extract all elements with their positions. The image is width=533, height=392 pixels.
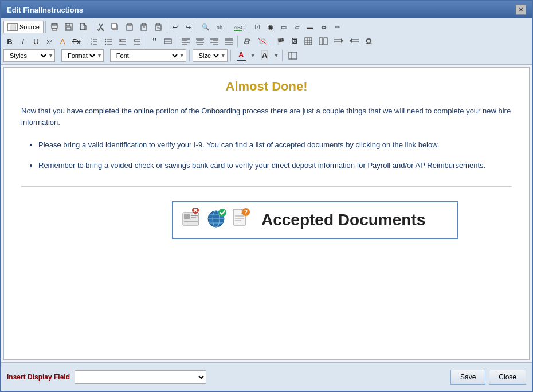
editor-area[interactable]: Almost Done! Now that you have completed… (3, 67, 530, 360)
svg-rect-79 (289, 52, 297, 59)
link-button[interactable] (240, 35, 254, 48)
font-dropdown-wrapper[interactable]: Font Arial Times New Roman Verdana ▼ (110, 49, 186, 62)
font-color-button[interactable]: A (234, 49, 249, 62)
svg-rect-82 (184, 214, 190, 219)
paste-plain-button[interactable] (137, 21, 151, 33)
document-icon: ? (231, 208, 253, 232)
format-select[interactable]: Format Bold Italic (65, 50, 97, 61)
align-right-button[interactable] (207, 35, 221, 48)
svg-text:3: 3 (91, 42, 92, 45)
font-select[interactable]: Font Arial Times New Roman Verdana (114, 50, 179, 61)
bg-color-button[interactable]: A (257, 49, 272, 62)
print-button[interactable] (48, 21, 61, 33)
paste-word-button[interactable]: W (151, 21, 165, 33)
svg-point-11 (97, 29, 99, 31)
table-button[interactable] (301, 35, 315, 48)
link-button2[interactable] (317, 21, 331, 33)
select-button[interactable]: ▱ (291, 21, 303, 33)
editor-heading: Almost Done! (21, 79, 512, 94)
highlight-button[interactable]: A (56, 35, 69, 48)
align-justify-button[interactable] (222, 35, 236, 48)
textbox-button[interactable]: ▭ (277, 21, 290, 33)
bottom-left: Insert Display Field (7, 370, 206, 384)
spell-button[interactable]: ABC (231, 21, 247, 33)
intro-paragraph: Now that you have completed the online p… (21, 105, 512, 128)
redo-button[interactable]: ↪ (182, 21, 195, 33)
unlink-button[interactable] (255, 35, 270, 48)
save-button[interactable]: Save (450, 370, 485, 385)
styles-dropdown-wrapper[interactable]: Styles Normal Heading 1 Heading 2 ▼ (3, 49, 55, 62)
passport-icon (206, 208, 228, 232)
source-label: Source (19, 23, 40, 30)
svg-point-35 (105, 39, 106, 40)
align-center-button[interactable] (193, 35, 207, 48)
italic-button[interactable]: I (17, 35, 29, 48)
toolbar-row-3: Styles Normal Heading 1 Heading 2 ▼ Form… (3, 49, 530, 62)
accepted-docs-section: ? Accepted Documents (21, 201, 512, 239)
toolbar-row-1: ⬜ Source (3, 20, 530, 34)
bottom-buttons: Save Close (450, 370, 526, 385)
outdent-button[interactable] (116, 35, 130, 48)
bg-color-arrow[interactable]: ▼ (274, 53, 279, 58)
size-select[interactable]: Size 810121416182436 (197, 50, 221, 61)
source-button[interactable]: ⬜ Source (3, 21, 44, 33)
find-button[interactable]: 🔍 (199, 21, 213, 33)
size-dropdown-wrapper[interactable]: Size 810121416182436 ▼ (193, 49, 228, 62)
separator-12 (58, 50, 58, 61)
separator-9 (177, 36, 177, 47)
new-doc-button[interactable] (76, 21, 90, 33)
separator-3 (167, 21, 167, 33)
bullet-item-1: Please bring a valid identification to v… (38, 139, 512, 151)
flag-button[interactable]: 🏴 (274, 35, 288, 48)
blockquote-button[interactable]: " (148, 35, 160, 48)
dir-rtl-button[interactable] (347, 35, 362, 48)
superscript-button[interactable]: x² (43, 35, 56, 48)
separator-4 (197, 21, 197, 33)
bullet-list: Please bring a valid identification to v… (38, 139, 512, 172)
radio-button[interactable]: ◉ (264, 21, 277, 33)
separator-16 (282, 50, 283, 61)
cut-button[interactable] (94, 21, 108, 33)
copy-button[interactable] (108, 21, 122, 33)
svg-rect-5 (66, 27, 71, 30)
svg-rect-6 (80, 23, 85, 30)
close-button[interactable]: Close (489, 370, 526, 385)
align-left-button[interactable] (179, 35, 193, 48)
svg-rect-71 (319, 38, 323, 45)
maximize-button[interactable] (285, 49, 300, 62)
paste-button[interactable] (123, 21, 136, 33)
svg-point-12 (102, 29, 104, 31)
combo-button[interactable]: ▬ (304, 21, 316, 33)
format-dropdown-wrapper[interactable]: Format Bold Italic ▼ (61, 49, 104, 62)
separator-7 (85, 36, 85, 47)
strikethrough-button[interactable]: Fx (69, 35, 83, 48)
font-color-arrow[interactable]: ▼ (250, 53, 256, 58)
edit-button[interactable]: ✏ (331, 21, 344, 33)
close-window-button[interactable]: × (516, 5, 526, 15)
div-button[interactable] (161, 35, 175, 48)
insert-label: Insert Display Field (7, 373, 70, 381)
svg-text:W: W (157, 26, 160, 30)
save-doc-button[interactable] (62, 21, 76, 33)
checkbox-button[interactable]: ☑ (251, 21, 264, 33)
replace-button[interactable]: ab (213, 21, 227, 33)
separator-15 (230, 50, 231, 61)
underline-button[interactable]: U (30, 35, 42, 48)
dir-ltr-button[interactable] (331, 35, 346, 48)
undo-button[interactable]: ↩ (169, 21, 182, 33)
separator-11 (272, 36, 272, 47)
indent-button[interactable] (130, 35, 144, 48)
ordered-list-button[interactable]: 123 (87, 35, 101, 48)
image-button[interactable]: 🖼 (288, 35, 301, 48)
bold-button[interactable]: B (3, 35, 16, 48)
accepted-docs-inner: ? Accepted Documents (173, 202, 457, 238)
special-char-button[interactable]: Ω (362, 35, 375, 48)
styles-select[interactable]: Styles Normal Heading 1 Heading 2 (7, 50, 48, 61)
unordered-list-button[interactable] (101, 35, 115, 48)
svg-text:ab: ab (217, 25, 222, 30)
doc-icons-group: ? (182, 208, 253, 232)
insert-display-field-select[interactable] (75, 370, 206, 384)
accepted-docs-title: Accepted Documents (261, 211, 425, 229)
separator-5 (229, 21, 229, 33)
cols-button[interactable] (316, 35, 331, 48)
